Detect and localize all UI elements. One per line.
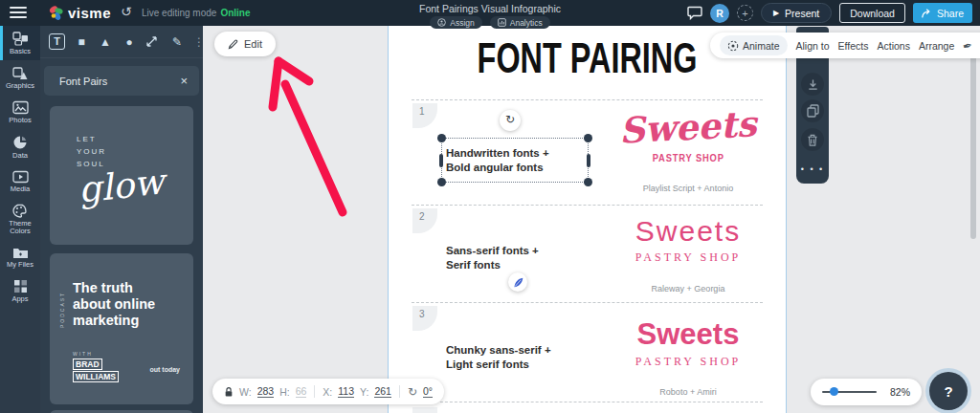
sample-brand-script[interactable]: Sweets [618, 102, 758, 151]
vertical-scrollbar[interactable] [970, 55, 976, 239]
pen-tool[interactable]: ✎ [169, 35, 185, 49]
zoom-slider-knob[interactable] [830, 387, 838, 396]
rotate-handle[interactable]: ↻ [500, 110, 521, 131]
resize-handle-w[interactable] [439, 154, 443, 167]
download-button[interactable]: Download [839, 3, 905, 23]
resize-handle-ne[interactable] [584, 134, 592, 142]
data-pie-icon [12, 135, 28, 150]
triangle-tool[interactable]: ▲ [98, 35, 113, 49]
brand-feather-badge[interactable] [508, 272, 527, 292]
present-button[interactable]: ▶ Present [761, 3, 832, 23]
sample-brand-sans[interactable]: Sweets [635, 215, 741, 247]
height-value[interactable]: 66 [296, 385, 307, 398]
shape-tools-row: T ■ ▲ ● ✎ ⋮ [40, 26, 203, 58]
element-toolbar: Animate Align to Effects Actions Arrange… [710, 33, 980, 58]
pair-description[interactable]: Sans-serif fonts + Serif fonts [446, 244, 539, 272]
line-tool[interactable] [145, 35, 161, 48]
pair-caption[interactable]: Raleway + Georgia [616, 284, 760, 293]
assign-button[interactable]: Assign [430, 16, 482, 29]
effects-button[interactable]: Effects [838, 40, 869, 52]
design-canvas[interactable]: FONT PAIRING 1 Handwritten fonts + Bold … [388, 26, 787, 413]
analytics-chart-icon [498, 18, 506, 27]
pair-caption[interactable]: Roboto + Amiri [616, 387, 760, 397]
sample-brand-bold[interactable]: Sweets [637, 317, 740, 351]
circle-tool[interactable]: ● [122, 35, 137, 49]
help-button[interactable]: ? [929, 372, 968, 410]
sidebar-item-my-files[interactable]: My Files [0, 240, 40, 273]
top-bar: visme ↺ Live editing modeOnline Font Pai… [0, 0, 980, 26]
close-icon[interactable]: × [180, 74, 188, 88]
basics-panel: T ■ ▲ ● ✎ ⋮ Font Pairs × LET YOUR SOUL g… [40, 26, 203, 413]
more-options-icon[interactable]: • • • [796, 164, 829, 174]
graphics-shapes-icon [12, 66, 29, 80]
square-tool[interactable]: ■ [74, 35, 89, 49]
undo-icon[interactable]: ↺ [121, 4, 132, 19]
x-value[interactable]: 113 [338, 385, 354, 398]
document-title[interactable]: Font Pairings Visual Infographic [337, 3, 643, 14]
font-pair-thumbnail-podcast[interactable]: PODCAST The truth about online marketing… [50, 253, 193, 404]
edit-button[interactable]: Edit [214, 32, 276, 56]
y-value[interactable]: 261 [374, 385, 391, 398]
document-header: Font Pairings Visual Infographic Assign [337, 0, 643, 29]
section-divider [412, 99, 763, 100]
sidebar-item-photos[interactable]: Photos [0, 95, 40, 129]
analytics-button[interactable]: Analytics [490, 16, 550, 29]
resize-handle-nw[interactable] [437, 134, 446, 142]
section-number [412, 407, 437, 413]
lock-icon[interactable] [224, 386, 234, 398]
comment-icon[interactable] [687, 6, 702, 20]
left-nav-rail: Basics Graphics Photos Data [0, 26, 40, 413]
sidebar-item-theme-colors[interactable]: Theme Colors [0, 198, 40, 240]
resize-handle-e[interactable] [587, 154, 590, 167]
delete-page-icon[interactable] [801, 128, 824, 151]
sample-sub[interactable]: PASTRY SHOP [652, 152, 724, 163]
move-down-icon[interactable] [801, 73, 824, 96]
edit-pencil-icon [228, 39, 238, 50]
sidebar-item-basics[interactable]: Basics [0, 26, 40, 60]
share-button[interactable]: Share [913, 3, 972, 23]
actions-button[interactable]: Actions [877, 40, 909, 52]
add-collaborator-button[interactable]: + [737, 5, 753, 21]
visme-editor: visme ↺ Live editing modeOnline Font Pai… [0, 0, 980, 413]
zoom-value: 82% [890, 386, 910, 398]
user-avatar[interactable]: R [710, 4, 729, 23]
selection-box[interactable] [441, 138, 589, 183]
rotation-value[interactable]: 0° [423, 385, 433, 398]
infographic-title[interactable]: FONT PAIRING [444, 33, 730, 83]
section-number: 2 [412, 208, 437, 233]
live-mode-label: Live editing modeOnline [142, 8, 251, 18]
section-number: 3 [412, 306, 437, 331]
hamburger-menu-icon[interactable] [10, 7, 27, 19]
sidebar-item-graphics[interactable]: Graphics [0, 60, 40, 95]
rotate-icon[interactable]: ↻ [408, 385, 417, 399]
sample-sub[interactable]: PASTRY SHOP [635, 250, 741, 264]
resize-handle-sw[interactable] [437, 178, 446, 186]
arrange-button[interactable]: Arrange [919, 40, 954, 52]
more-tools-icon[interactable]: ⋮ [193, 35, 199, 49]
zoom-slider[interactable] [822, 391, 877, 393]
font-pair-thumbnail-glow[interactable]: LET YOUR SOUL glow [50, 106, 193, 245]
x-label: X: [323, 386, 332, 398]
style-brush-icon[interactable]: ✒ [962, 37, 974, 53]
sidebar-item-data[interactable]: Data [0, 129, 40, 164]
photos-image-icon [12, 100, 29, 115]
width-label: W: [239, 386, 252, 398]
animate-button[interactable]: Animate [720, 35, 788, 55]
align-to-button[interactable]: Align to [796, 40, 830, 52]
pair-caption[interactable]: Playlist Script + Antonio [616, 184, 760, 193]
media-video-icon [12, 170, 29, 184]
pair-description[interactable]: Chunky sans-serif + Light serif fonts [446, 343, 551, 372]
annotation-arrow [258, 53, 364, 225]
sidebar-item-apps[interactable]: Apps [0, 273, 40, 308]
panel-header: Font Pairs × [44, 66, 199, 96]
visme-logo[interactable]: visme [48, 5, 111, 21]
duplicate-page-icon[interactable] [801, 99, 824, 122]
feather-icon [513, 277, 523, 288]
resize-handle-se[interactable] [584, 178, 592, 186]
sidebar-item-media[interactable]: Media [0, 164, 40, 198]
text-tool[interactable]: T [49, 33, 65, 50]
visme-logo-icon [48, 5, 64, 21]
height-label: H: [279, 386, 290, 398]
sample-sub[interactable]: PASTRY SHOP [635, 355, 741, 368]
width-value[interactable]: 283 [257, 385, 275, 398]
